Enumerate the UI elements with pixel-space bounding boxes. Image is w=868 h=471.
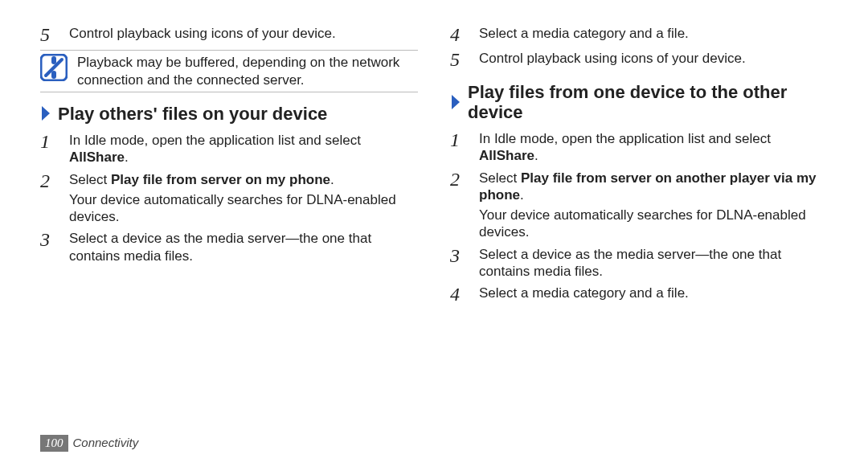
step-text: Select Play file from server on my phone…: [69, 171, 418, 226]
chevron-right-icon: [40, 104, 51, 122]
step-number: 5: [40, 25, 50, 44]
step-number: 4: [450, 285, 460, 304]
step-text: Select Play file from server on another …: [479, 170, 828, 241]
step-number: 1: [450, 130, 460, 149]
step-item: 1 In Idle mode, open the application lis…: [450, 130, 828, 165]
text-bold: Play file from server on my phone: [111, 172, 330, 187]
step-number: 5: [450, 50, 460, 69]
step-number: 2: [40, 171, 50, 190]
text-fragment: In Idle mode, open the application list …: [69, 133, 361, 148]
svg-rect-3: [51, 71, 56, 79]
step-text: Select a device as the media server—the …: [479, 246, 828, 281]
step-text: In Idle mode, open the application list …: [69, 132, 418, 166]
step-item: 3 Select a device as the media server—th…: [450, 246, 828, 281]
text-fragment: .: [330, 172, 334, 187]
text-fragment: .: [534, 148, 538, 163]
step-number: 2: [450, 170, 460, 189]
text-bold: Play file from server on another player …: [479, 170, 817, 203]
text-fragment: .: [520, 187, 524, 203]
section-title: Play others' files on your device: [58, 104, 327, 124]
text-fragment: In Idle mode, open the application list …: [479, 131, 771, 146]
right-column: 4 Select a media category and a file. 5 …: [450, 20, 828, 309]
section-play-others: Play others' files on your device 1 In I…: [40, 104, 418, 264]
step-item: 1 In Idle mode, open the application lis…: [40, 132, 418, 166]
left-column: 5 Control playback using icons of your d…: [40, 20, 418, 309]
step-item: 3 Select a device as the media server—th…: [40, 230, 418, 264]
note-text: Playback may be buffered, depending on t…: [77, 54, 418, 88]
step-item: 5 Control playback using icons of your d…: [40, 25, 418, 45]
section-heading: Play others' files on your device: [40, 104, 418, 124]
step-text: Select a media category and a file.: [479, 25, 828, 45]
note-icon: [40, 54, 69, 88]
note-box: Playback may be buffered, depending on t…: [40, 50, 418, 92]
step-text: Control playback using icons of your dev…: [69, 25, 418, 45]
step-number: 4: [450, 25, 460, 44]
text-bold: AllShare: [479, 148, 534, 163]
text-sub: Your device automatically searches for D…: [479, 207, 828, 241]
step-item: 4 Select a media category and a file.: [450, 285, 828, 305]
text-fragment: .: [125, 149, 129, 165]
step-number: 3: [450, 246, 460, 265]
step-item: 2 Select Play file from server on my pho…: [40, 171, 418, 226]
step-text: Control playback using icons of your dev…: [479, 50, 828, 70]
section-heading: Play files from one device to the other …: [450, 82, 828, 123]
footer-section-name: Connectivity: [73, 436, 139, 451]
chevron-right-icon: [450, 93, 461, 111]
step-number: 1: [40, 132, 50, 151]
section-title: Play files from one device to the other …: [468, 82, 828, 123]
step-number: 3: [40, 230, 50, 249]
svg-rect-2: [51, 56, 56, 64]
step-item: 5 Control playback using icons of your d…: [450, 50, 828, 70]
step-text: Select a media category and a file.: [479, 285, 828, 305]
text-bold: AllShare: [69, 149, 125, 165]
page-number: 100: [40, 435, 68, 452]
page-footer: 100 Connectivity: [40, 435, 138, 452]
step-text: Select a device as the media server—the …: [69, 230, 418, 264]
text-fragment: Select: [479, 170, 521, 186]
step-item: 2 Select Play file from server on anothe…: [450, 170, 828, 241]
page-content: 5 Control playback using icons of your d…: [0, 0, 868, 309]
text-sub: Your device automatically searches for D…: [69, 191, 418, 226]
section-play-one-to-other: Play files from one device to the other …: [450, 82, 828, 305]
text-fragment: Select: [69, 172, 111, 187]
step-text: In Idle mode, open the application list …: [479, 130, 828, 165]
step-item: 4 Select a media category and a file.: [450, 25, 828, 45]
